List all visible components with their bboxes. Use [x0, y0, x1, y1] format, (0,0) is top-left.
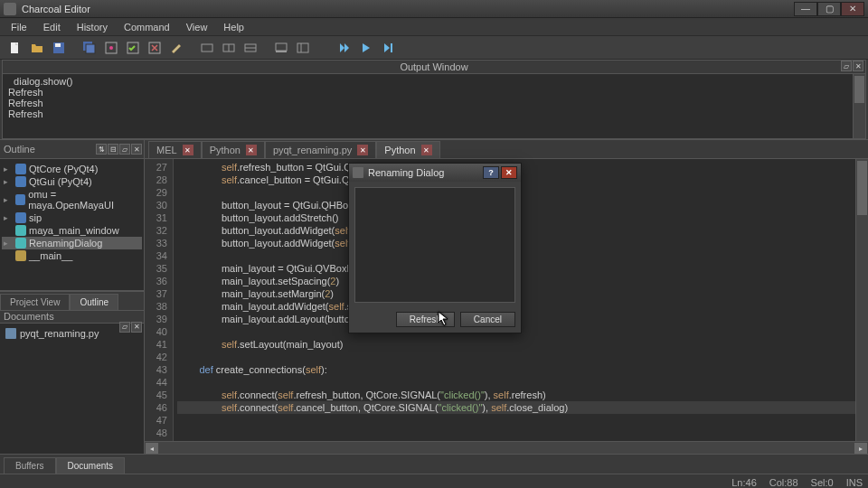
documents-list[interactable]: pyqt_renaming.py	[0, 324, 144, 455]
symbol-icon	[15, 225, 26, 236]
tab-outline[interactable]: Outline	[70, 294, 118, 310]
dialog-selection-list[interactable]	[354, 187, 515, 303]
tab-label: Python	[384, 145, 415, 155]
outline-item[interactable]: ▸sip	[2, 211, 142, 224]
open-file-button[interactable]	[27, 39, 47, 57]
output-line: Refresh	[8, 108, 860, 119]
tab-label: Python	[210, 145, 241, 155]
outline-undock-button[interactable]: ▱	[119, 144, 130, 155]
status-col: Col:88	[769, 477, 798, 488]
run-fast-button[interactable]	[335, 39, 354, 57]
outline-item-label: RenamingDialog	[29, 238, 102, 249]
tab-close-icon[interactable]: ✕	[357, 145, 368, 155]
output-line: Refresh	[8, 87, 860, 98]
editor-scrollbar-v[interactable]	[855, 159, 868, 441]
menu-edit[interactable]: Edit	[36, 20, 68, 34]
editor-tab[interactable]: Python✕	[376, 141, 439, 158]
save-file-button[interactable]	[49, 39, 69, 57]
output-panel: Output Window ▱ ✕ dialog.show() Refresh …	[2, 60, 866, 139]
save-all-button[interactable]	[80, 39, 99, 57]
outline-tree[interactable]: ▸QtCore (PyQt4)▸QtGui (PyQt4)▸omu = maya…	[0, 159, 144, 291]
menu-history[interactable]: History	[70, 20, 115, 34]
code-line: def create_connections(self):	[177, 363, 864, 376]
status-mode: INS	[846, 477, 863, 488]
dialog-close-button[interactable]: ✕	[501, 166, 517, 179]
editor-tab[interactable]: pyqt_renaming.py✕	[265, 141, 376, 158]
dialog-help-button[interactable]: ?	[483, 166, 499, 179]
code-line	[177, 414, 864, 427]
dialog-titlebar[interactable]: Renaming Dialog ? ✕	[349, 164, 521, 182]
output-line: Refresh	[8, 98, 860, 108]
toolbar-btn-7[interactable]	[145, 39, 165, 57]
documents-header: Documents ▱ ✕	[0, 311, 144, 324]
file-icon	[5, 328, 16, 339]
outline-item[interactable]: ▸omu = maya.OpenMayaUI	[2, 188, 142, 211]
tree-toggle-icon[interactable]: ▸	[4, 177, 13, 186]
toolbar-btn-9[interactable]	[197, 39, 217, 57]
code-line	[177, 351, 864, 363]
output-close-button[interactable]: ✕	[853, 61, 863, 71]
code-line: self.connect(self.cancel_button, QtCore.…	[177, 401, 864, 414]
scroll-left-button[interactable]: ◂	[146, 443, 158, 454]
outline-item[interactable]: ▸QtGui (PyQt4)	[2, 175, 142, 188]
tree-toggle-icon[interactable]: ▸	[4, 164, 13, 174]
output-undock-button[interactable]: ▱	[841, 61, 852, 71]
editor-tab[interactable]: MEL✕	[148, 141, 202, 158]
renaming-dialog: Renaming Dialog ? ✕ Refresh Cancel	[348, 163, 522, 333]
menu-file[interactable]: File	[4, 20, 34, 34]
bottom-tab-row: Buffers Documents	[0, 454, 868, 474]
refresh-button[interactable]: Refresh	[396, 312, 455, 327]
outline-item[interactable]: maya_main_window	[2, 224, 142, 237]
output-body[interactable]: dialog.show() Refresh Refresh Refresh	[3, 74, 865, 138]
run-button[interactable]	[356, 39, 376, 57]
menu-command[interactable]: Command	[117, 20, 177, 34]
tab-close-icon[interactable]: ✕	[246, 145, 257, 155]
outline-item[interactable]: ▸RenamingDialog	[2, 237, 142, 249]
documents-undock-button[interactable]: ▱	[119, 322, 130, 333]
toolbar-btn-6[interactable]	[123, 39, 143, 57]
tree-toggle-icon[interactable]: ▸	[4, 195, 13, 204]
scroll-right-button[interactable]: ▸	[854, 443, 867, 454]
cancel-button[interactable]: Cancel	[460, 312, 515, 327]
maximize-button[interactable]: ▢	[817, 2, 841, 16]
svg-marker-22	[384, 43, 390, 52]
window-close-button[interactable]: ✕	[841, 2, 864, 16]
toolbar-btn-12[interactable]	[271, 39, 291, 57]
svg-marker-21	[363, 43, 370, 52]
menu-view[interactable]: View	[179, 20, 215, 34]
toolbar-btn-13[interactable]	[293, 39, 313, 57]
tab-label: MEL	[156, 145, 177, 155]
toolbar-btn-11[interactable]	[241, 39, 260, 57]
dialog-title: Renaming Dialog	[368, 167, 483, 178]
tab-documents[interactable]: Documents	[56, 457, 126, 474]
tab-close-icon[interactable]: ✕	[421, 145, 432, 155]
toolbar-btn-8[interactable]	[166, 39, 186, 57]
new-file-button[interactable]	[5, 39, 25, 57]
outline-collapse-button[interactable]: ⊟	[108, 144, 118, 155]
documents-close-button[interactable]: ✕	[131, 322, 142, 333]
code-line: self.connect(self.refresh_button, QtCore…	[177, 389, 864, 401]
toolbar-btn-10[interactable]	[219, 39, 239, 57]
tab-project-view[interactable]: Project View	[0, 294, 70, 310]
step-button[interactable]	[378, 39, 398, 57]
tree-toggle-icon[interactable]: ▸	[4, 213, 13, 222]
outline-sort-button[interactable]: ⇅	[96, 144, 107, 155]
symbol-icon	[15, 164, 26, 174]
left-tab-row: Project View Outline	[0, 291, 144, 311]
tab-close-icon[interactable]: ✕	[183, 145, 193, 155]
outline-item[interactable]: ▸QtCore (PyQt4)	[2, 163, 142, 175]
minimize-button[interactable]: —	[794, 2, 817, 16]
editor-scrollbar-h[interactable]: ◂ ▸	[145, 441, 868, 454]
statusbar: Ln:46 Col:88 Sel:0 INS	[0, 474, 868, 488]
output-scrollbar[interactable]	[853, 74, 865, 138]
output-panel-header: Output Window ▱ ✕	[3, 61, 865, 74]
toolbar-btn-5[interactable]	[101, 39, 121, 57]
outline-close-button[interactable]: ✕	[131, 144, 142, 155]
menu-help[interactable]: Help	[216, 20, 251, 34]
tab-buffers[interactable]: Buffers	[4, 457, 56, 474]
outline-item[interactable]: __main__	[2, 249, 142, 262]
editor-tab[interactable]: Python✕	[202, 141, 265, 158]
tree-toggle-icon[interactable]: ▸	[4, 239, 13, 248]
menubar: File Edit History Command View Help	[0, 18, 868, 36]
documents-title: Documents	[4, 311, 54, 322]
